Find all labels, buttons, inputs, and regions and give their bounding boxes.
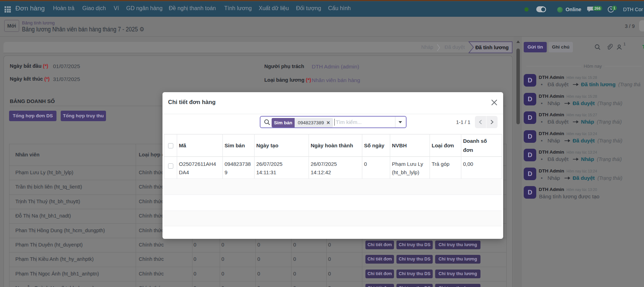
svg-text:Đã tính lương: Đã tính lương (475, 45, 509, 50)
